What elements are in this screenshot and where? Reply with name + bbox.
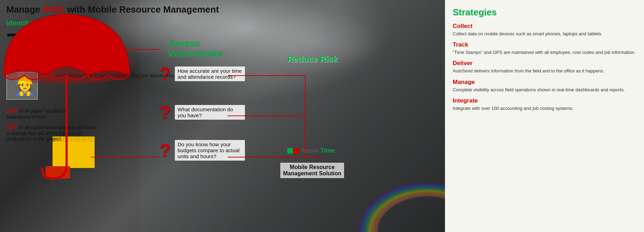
strategy-collect-desc: Collect data on mobile devices such as s…: [453, 31, 636, 37]
strategy-manage: Manage Complete visibility across field …: [453, 79, 636, 93]
strategies-title: Strategies: [453, 7, 636, 18]
abouttime-logo: About Time: [287, 147, 335, 154]
strategy-deliver: Deliver AutoSend delivers information fr…: [453, 60, 636, 74]
mobile-resource-line1: Mobile Resource: [283, 164, 341, 170]
main-container: Manage RISK with Mobile Resource Managem…: [0, 0, 644, 232]
question-3-text: Do you know how your budgets compare to …: [175, 140, 245, 161]
connector-line-umbrella: [305, 157, 322, 157]
mobile-resource-label: Mobile Resource Management Solution: [280, 163, 344, 178]
strategy-track: Track "Time Stamps" and GPS are maintain…: [453, 41, 636, 56]
logo-square-red: [294, 148, 299, 154]
connector-line-q1-h: [228, 75, 305, 76]
question-mark-3: ?: [159, 141, 171, 160]
strategy-deliver-name: Deliver: [453, 60, 636, 67]
logo-squares: [287, 148, 299, 154]
question-2-text: What documentation do you have?: [175, 105, 245, 120]
strategy-integrate-desc: Integrate with over 100 accounting and j…: [453, 105, 636, 112]
strategy-collect: Collect Collect data on mobile devices s…: [453, 23, 636, 37]
strategy-collect-name: Collect: [453, 23, 636, 30]
logo-time-text: Time: [320, 147, 335, 154]
strategy-integrate: Integrate Integrate with over 100 accoun…: [453, 97, 636, 112]
reduce-risk-label: Reduce Risk: [287, 54, 338, 64]
question-mark-1: ?: [159, 65, 171, 83]
logo-square-green: [287, 148, 293, 154]
question-mark-2: ?: [159, 103, 171, 121]
umbrella-svg: [0, 10, 133, 192]
logo-about-text: About: [301, 147, 319, 154]
question-1-text: How accurate are your time and attendanc…: [175, 66, 245, 81]
rainbow-decoration: [287, 127, 445, 232]
left-section: Manage RISK with Mobile Resource Managem…: [0, 0, 445, 232]
question-1: ? How accurate are your time and attenda…: [159, 65, 245, 83]
connector-line-q3-h: [228, 157, 305, 157]
connector-line-v: [305, 75, 306, 157]
connector-line-q2-h: [228, 115, 305, 116]
strategy-manage-name: Manage: [453, 79, 636, 86]
assess-title: Assess Vulnerability: [168, 38, 222, 58]
assess-title-line1: Assess: [168, 38, 200, 49]
assess-block: Assess Vulnerability: [168, 38, 222, 58]
assess-title-line2: Vulnerability: [168, 48, 222, 59]
right-section: Strategies Collect Collect data on mobil…: [445, 0, 644, 232]
question-3: ? Do you know how your budgets compare t…: [159, 140, 245, 161]
question-2: ? What documentation do you have?: [159, 103, 245, 121]
mobile-resource-line2: Management Solution: [283, 170, 341, 177]
strategy-track-name: Track: [453, 41, 636, 48]
strategy-integrate-name: Integrate: [453, 97, 636, 104]
strategy-track-desc: "Time Stamps" and GPS are maintained wit…: [453, 49, 636, 56]
strategy-deliver-desc: AutoSend delivers information from the f…: [453, 68, 636, 74]
strategy-manage-desc: Complete visibility across field operati…: [453, 87, 636, 93]
